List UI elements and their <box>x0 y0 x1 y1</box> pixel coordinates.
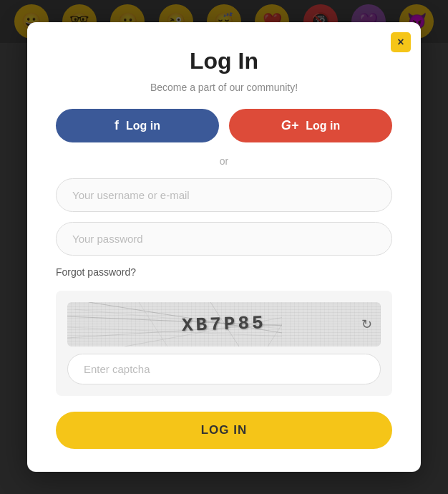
google-icon: G+ <box>281 118 299 133</box>
facebook-button-label: Log in <box>126 120 160 132</box>
modal-subtitle: Become a part of our community! <box>56 82 392 93</box>
svg-line-7 <box>139 302 167 347</box>
captcha-box: XB7P85 ↻ <box>56 291 392 396</box>
password-input[interactable] <box>56 222 392 256</box>
close-button[interactable]: × <box>391 32 411 52</box>
forgot-password-link[interactable]: Forgot password? <box>56 266 136 278</box>
social-buttons: f Log in G+ Log in <box>56 109 392 142</box>
login-button[interactable]: LOG IN <box>56 412 392 449</box>
captcha-code: XB7P85 <box>182 312 267 336</box>
username-input[interactable] <box>56 178 392 212</box>
captcha-image: XB7P85 ↻ <box>67 302 381 347</box>
facebook-login-button[interactable]: f Log in <box>56 109 219 142</box>
captcha-input[interactable] <box>67 354 381 384</box>
modal-overlay: × Log In Become a part of our community!… <box>0 0 448 494</box>
captcha-refresh-icon[interactable]: ↻ <box>361 316 372 332</box>
google-login-button[interactable]: G+ Log in <box>229 109 392 142</box>
or-divider: or <box>56 155 392 167</box>
facebook-icon: f <box>115 118 119 133</box>
modal-title: Log In <box>56 48 392 74</box>
google-button-label: Log in <box>306 120 340 132</box>
login-modal: × Log In Become a part of our community!… <box>27 22 421 472</box>
